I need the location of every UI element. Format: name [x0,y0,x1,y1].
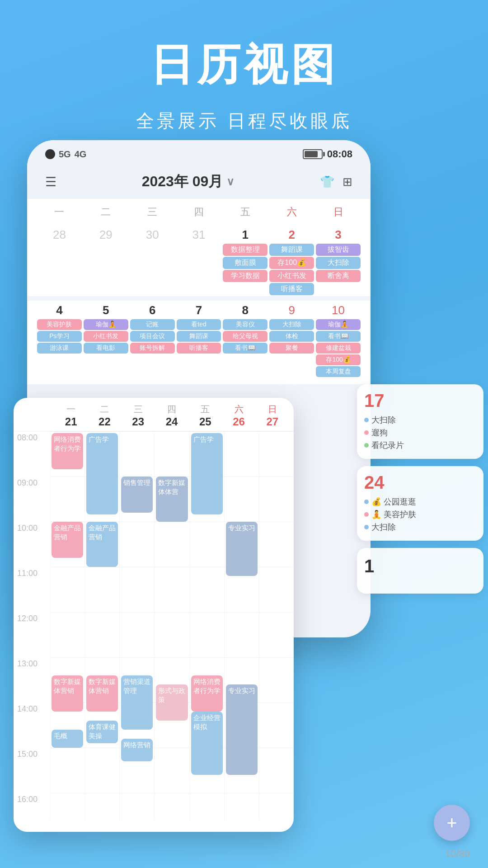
weekday-tue: 二 [83,203,129,222]
weekday-wed: 三 [129,203,176,222]
schedule-card: 一21 二22 三23 四24 五25 六26 日27 08:00 09:00 … [14,398,294,832]
right-side-events: 17 大扫除 遛狗 看纪录片 24 💰 公园逛逛 🧘 美容护肤 大扫除 [357,384,483,601]
sched-col-thu[interactable]: 数字新媒体体营 形式与政策 [154,431,189,820]
status-time: 08:08 [327,148,352,160]
weekday-sat: 六 [268,203,315,222]
cal-day-7[interactable]: 7 看ted 舞蹈课 听播客 [176,301,222,378]
calendar-week2: 4 美容护肤 Ps学习 游泳课 5 瑜伽🧘 小红书发 看电影 6 记账 项目会议… [27,301,371,384]
sched-col-sun[interactable] [259,431,294,820]
page-indicator: 10/80 [0,848,488,860]
schedule-weekdays: 一21 二22 三23 四24 五25 六26 日27 [14,398,294,431]
camera-dot [45,149,55,159]
cal-day-6[interactable]: 6 记账 项目会议 账号拆解 [129,301,176,378]
side-date-1: 1 [357,548,483,594]
weekday-mon: 一 [36,203,83,222]
cal-day-1[interactable]: 1 数据整理 敷面膜 学习数据 [222,225,268,296]
time-labels: 08:00 09:00 10:00 11:00 12:00 13:00 14:0… [14,431,50,820]
sched-wd-sat: 六26 [222,403,255,428]
sched-wd-sun: 日27 [256,403,289,428]
cal-day-30[interactable]: 30 [129,225,176,296]
cal-day-10[interactable]: 10 瑜伽🧘 看书📖 修建盆栽 存100💰 本周复盘 [315,301,361,378]
weekday-thu: 四 [176,203,222,222]
cal-day-28[interactable]: 28 [36,225,83,296]
signal-text-4g: 4G [75,149,87,160]
cal-day-8[interactable]: 8 美容仪 给父母视 看书📖 [222,301,268,378]
calendar-week1: 28 29 30 31 1 数据整理 敷面膜 学习数据 2 舞蹈课 存100💰 … [27,225,371,296]
sched-wd-fri: 五25 [188,403,222,428]
sched-col-wed[interactable]: 销售管理 营销渠道管理 网络营销 [119,431,154,820]
sched-col-fri[interactable]: 广告学 网络消费者行为学 企业经营模拟 [189,431,224,820]
sched-wd-tue: 二22 [88,403,121,428]
cal-day-9[interactable]: 9 大扫除 体检 聚餐 [268,301,315,378]
sched-wd-thu: 四24 [155,403,188,428]
menu-icon[interactable]: ☰ [45,175,56,189]
cal-day-5[interactable]: 5 瑜伽🧘 小红书发 看电影 [83,301,129,378]
weekdays-header: 一 二 三 四 五 六 日 [27,199,371,225]
schedule-grid: 08:00 09:00 10:00 11:00 12:00 13:00 14:0… [14,431,294,820]
sched-col-sat[interactable]: 专业实习 专业实习 [224,431,259,820]
cal-day-2[interactable]: 2 舞蹈课 存100💰 小红书发 听播客 [268,225,315,296]
battery-icon [303,149,323,159]
cal-day-29[interactable]: 29 [83,225,129,296]
header-icons: 👕 ⊞ [320,175,352,189]
sched-col-mon[interactable]: 网络消费者行为学 金融产品营销 数字新媒体营销 毛概 [50,431,84,820]
fab-add-button[interactable]: + [434,805,470,841]
sched-wd-wed: 三23 [122,403,155,428]
weekday-sun: 日 [315,203,361,222]
shirt-icon[interactable]: 👕 [320,175,334,189]
cal-day-3[interactable]: 3 拔智齿 大扫除 断舍离 [315,225,361,296]
status-bar: 5G 4G 08:08 [27,140,371,165]
side-date-24: 24 💰 公园逛逛 🧘 美容护肤 大扫除 [357,466,483,541]
month-dropdown-arrow: ∨ [226,175,235,188]
main-title: 日历视图 [0,36,488,95]
description: 全景展示 日程尽收眼底 [0,108,488,133]
calendar-header: ☰ 2023年 09月 ∨ 👕 ⊞ [27,165,371,199]
side-date-17: 17 大扫除 遛狗 看纪录片 [357,384,483,459]
signal-text: 5G [59,149,71,160]
month-title[interactable]: 2023年 09月 ∨ [142,172,235,192]
sched-col-tue[interactable]: 广告学 金融产品营销 数字新媒体营销 体育课健美操 [84,431,119,820]
title-section: 日历视图 全景展示 日程尽收眼底 [0,0,488,133]
table-icon[interactable]: ⊞ [343,175,352,189]
sched-wd-mon: 一21 [54,403,88,428]
weekday-fri: 五 [222,203,268,222]
cal-day-4[interactable]: 4 美容护肤 Ps学习 游泳课 [36,301,83,378]
cal-day-31[interactable]: 31 [176,225,222,296]
